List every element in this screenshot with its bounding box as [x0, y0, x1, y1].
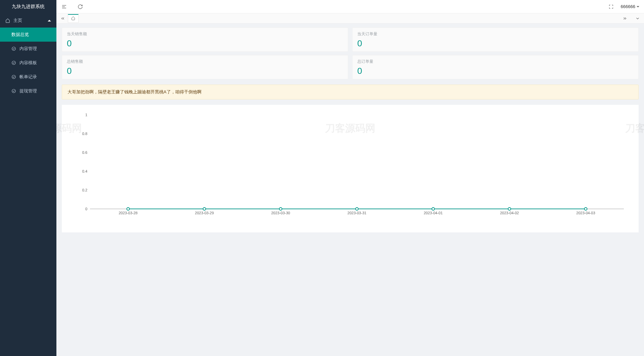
svg-point-29 — [203, 208, 206, 210]
chevron-down-icon — [637, 6, 639, 7]
svg-text:2023-03-30: 2023-03-30 — [271, 211, 290, 215]
stat-value: 0 — [67, 38, 343, 49]
svg-point-3 — [12, 89, 16, 93]
sidebar: 九块九进群系统 主页 数据总览 内容管理 内容模板 — [0, 0, 56, 356]
app-title: 九块九进群系统 — [0, 0, 56, 13]
check-shield-icon — [11, 46, 16, 51]
tabs-next-icon[interactable] — [622, 15, 628, 21]
svg-text:0.6: 0.6 — [82, 150, 87, 154]
svg-text:2023-03-31: 2023-03-31 — [348, 211, 366, 215]
svg-text:0.8: 0.8 — [82, 132, 87, 136]
svg-point-34 — [584, 208, 587, 210]
stat-card-today-orders: 当天订单量 0 — [352, 28, 639, 52]
svg-point-1 — [12, 61, 16, 65]
stat-card-total-orders: 总订单量 0 — [352, 55, 639, 79]
sidebar-item-label: 提现管理 — [19, 88, 37, 94]
sidebar-item-bill-record[interactable]: 帐单记录 — [0, 70, 56, 84]
svg-point-0 — [12, 47, 16, 51]
line-chart: 00.20.40.60.812023-03-282023-03-292023-0… — [70, 112, 631, 219]
user-menu[interactable]: 666666 — [621, 4, 639, 9]
home-icon — [5, 18, 10, 23]
svg-point-30 — [279, 208, 282, 210]
topbar: 666666 — [56, 0, 644, 13]
check-shield-icon — [11, 89, 16, 93]
tabs-more-icon[interactable] — [635, 15, 641, 21]
svg-text:2023-03-29: 2023-03-29 — [195, 211, 214, 215]
fullscreen-icon[interactable] — [608, 4, 614, 10]
collapse-menu-icon[interactable] — [61, 4, 67, 10]
username: 666666 — [621, 4, 635, 9]
tabs-prev-icon[interactable] — [60, 15, 66, 21]
stat-value: 0 — [67, 66, 343, 76]
svg-text:2023-04-01: 2023-04-01 — [424, 211, 443, 215]
check-shield-icon — [11, 60, 16, 65]
chevron-up-icon — [48, 20, 51, 21]
svg-text:0.4: 0.4 — [82, 169, 87, 173]
sidebar-item-label: 内容管理 — [19, 46, 37, 52]
alert-banner: 大哥加把劲啊，隔壁老王赚了钱晚上蹦迪都开黑桃A了，咱得干倒他啊 — [62, 85, 639, 99]
tabbar — [56, 13, 644, 24]
home-icon — [71, 15, 75, 21]
svg-text:0.2: 0.2 — [82, 188, 87, 192]
sidebar-item-label: 内容模板 — [19, 60, 37, 66]
tab-home[interactable] — [68, 14, 79, 23]
stat-label: 当天订单量 — [357, 31, 634, 37]
sidebar-item-label: 帐单记录 — [19, 74, 37, 80]
sidebar-item-home[interactable]: 主页 — [0, 13, 56, 28]
refresh-icon[interactable] — [77, 4, 83, 10]
stat-label: 总订单量 — [357, 59, 634, 64]
stat-value: 0 — [357, 38, 634, 49]
sidebar-item-content-template[interactable]: 内容模板 — [0, 56, 56, 70]
stat-card-total-sales: 总销售额 0 — [62, 55, 348, 79]
svg-text:2023-04-02: 2023-04-02 — [500, 211, 519, 215]
svg-text:2023-03-28: 2023-03-28 — [119, 211, 137, 215]
svg-text:2023-04-03: 2023-04-03 — [576, 211, 595, 215]
svg-text:0: 0 — [85, 207, 87, 211]
alert-text: 大哥加把劲啊，隔壁老王赚了钱晚上蹦迪都开黑桃A了，咱得干倒他啊 — [67, 89, 201, 94]
svg-point-28 — [127, 208, 130, 210]
stat-label: 当天销售额 — [67, 31, 343, 37]
sidebar-item-label: 主页 — [13, 17, 22, 24]
sidebar-item-label: 数据总览 — [11, 32, 29, 38]
svg-point-2 — [12, 75, 16, 79]
main-area: 666666 — [56, 0, 644, 356]
stat-value: 0 — [357, 66, 634, 76]
chart-container: 刀客源码网 刀客源码网 刀客源码网 00.20.40.60.812023-03-… — [62, 105, 639, 232]
check-shield-icon — [11, 75, 16, 79]
stat-card-today-sales: 当天销售额 0 — [62, 28, 348, 52]
stat-label: 总销售额 — [67, 59, 343, 64]
content-scroll[interactable]: 当天销售额 0 当天订单量 0 总销售额 0 总订单量 0 — [56, 24, 644, 356]
sidebar-item-content-manage[interactable]: 内容管理 — [0, 42, 56, 56]
svg-text:1: 1 — [85, 113, 87, 117]
sidebar-item-withdraw-manage[interactable]: 提现管理 — [0, 84, 56, 98]
svg-point-32 — [432, 208, 434, 210]
svg-point-33 — [508, 208, 511, 210]
svg-point-31 — [356, 208, 358, 210]
sidebar-item-overview[interactable]: 数据总览 — [0, 28, 56, 42]
